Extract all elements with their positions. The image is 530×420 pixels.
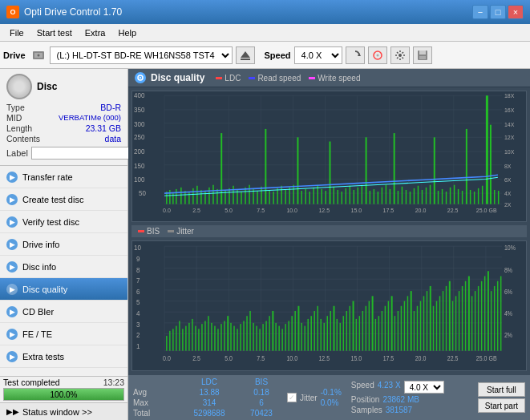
svg-rect-247 [334,305,335,350]
svg-text:2.5: 2.5 [192,208,200,214]
sidebar-item-create-test-disc[interactable]: ▶ Create test disc [0,188,127,211]
max-label: Max [133,398,173,407]
total-ldc: 5298688 [189,409,229,418]
save-button[interactable] [413,46,432,64]
svg-rect-199 [179,321,180,350]
drive-select[interactable]: (L:) HL-DT-ST BD-RE WH16NS58 TST4 [50,46,233,64]
verify-test-disc-icon: ▶ [6,216,18,228]
svg-rect-268 [401,305,403,350]
svg-rect-299 [500,276,502,350]
svg-rect-140 [474,192,475,204]
cd-bier-label: CD BIer [22,307,54,317]
svg-rect-234 [291,316,293,350]
svg-rect-141 [478,188,479,204]
svg-text:17.5: 17.5 [383,354,394,362]
svg-text:18X: 18X [504,93,515,99]
label-input[interactable] [31,147,138,160]
settings-button[interactable] [390,46,410,64]
disc-panel-header: Disc [6,74,121,99]
disc-quality-label: Disc quality [22,285,67,294]
svg-rect-260 [375,318,377,350]
svg-rect-230 [278,325,280,350]
svg-rect-103 [325,191,326,204]
svg-text:20.0: 20.0 [415,354,427,362]
svg-rect-107 [342,192,343,204]
disc-panel: Disc Type BD-R MID VERBATIMe (000) Lengt… [0,69,127,166]
samples-value: 381587 [386,406,412,414]
svg-rect-123 [406,190,407,204]
svg-rect-222 [253,322,254,350]
sidebar-item-transfer-rate[interactable]: ▶ Transfer rate [0,166,127,188]
svg-text:6X: 6X [504,176,512,183]
status-bar: Test completed 13:23 100.0% ▶▶ Status wi… [0,376,127,420]
svg-rect-115 [374,189,375,204]
disc-button[interactable] [368,46,387,64]
status-window-label: Status window >> [22,407,92,417]
start-full-button[interactable]: Start full [478,382,525,397]
menu-extra[interactable]: Extra [79,26,112,39]
total-label: Total [133,409,173,418]
sidebar-item-disc-info[interactable]: ▶ Disc info [0,256,127,278]
verify-test-disc-label: Verify test disc [22,217,79,227]
svg-rect-244 [323,322,325,350]
menu-help[interactable]: Help [111,26,143,39]
svg-rect-100 [313,188,314,204]
start-part-button[interactable]: Start part [478,398,525,413]
sidebar-item-drive-info[interactable]: ▶ Drive info [0,233,127,256]
svg-rect-124 [410,192,411,204]
sidebar-item-cd-bier[interactable]: ▶ CD BIer [0,301,127,323]
sidebar: Disc Type BD-R MID VERBATIMe (000) Lengt… [0,69,128,420]
chart1-wrapper: 400 350 300 250 200 150 100 50 18X 16X 1… [131,91,527,222]
svg-text:8: 8 [136,265,140,273]
svg-rect-284 [452,301,454,350]
menu-start-test[interactable]: Start test [30,26,79,39]
svg-text:8X: 8X [504,164,512,170]
jitter-stats: -0.1% 0.0% [321,388,342,407]
svg-rect-225 [262,324,264,351]
drive-icon [32,49,45,62]
content-area: Disc quality LDC Read speed Write speed [128,69,530,420]
disc-image [6,74,32,99]
svg-rect-215 [230,322,232,350]
svg-rect-270 [407,296,409,350]
jitter-section: ✓ Jitter -0.1% 0.0% [287,388,342,407]
minimize-button[interactable]: − [472,5,488,19]
svg-rect-216 [233,325,235,350]
sidebar-item-extra-tests[interactable]: ▶ Extra tests [0,345,127,368]
menu-file[interactable]: File [3,26,30,39]
fe-te-label: FE / TE [22,329,52,339]
svg-rect-295 [488,271,489,350]
sidebar-item-fe-te[interactable]: ▶ FE / TE [0,323,127,345]
sidebar-item-disc-quality[interactable]: ▶ Disc quality [0,278,127,301]
svg-rect-77 [220,133,222,204]
svg-text:22.5: 22.5 [447,354,459,362]
sidebar-item-verify-test-disc[interactable]: ▶ Verify test disc [0,211,127,233]
svg-text:100: 100 [134,176,145,183]
svg-rect-200 [182,329,184,350]
svg-rect-239 [307,318,309,350]
svg-rect-252 [350,305,351,350]
position-value: 23862 MB [382,395,419,404]
svg-rect-121 [398,191,399,204]
eject-button[interactable] [236,46,255,64]
svg-rect-206 [201,324,203,351]
legend-read-speed: Read speed [249,74,301,83]
svg-text:10: 10 [134,243,141,252]
window-controls: − □ × [472,5,524,19]
maximize-button[interactable]: □ [490,5,506,19]
jitter-checkbox[interactable]: ✓ [287,393,297,402]
contents-value: data [43,134,121,143]
refresh-button[interactable] [346,46,365,64]
svg-rect-205 [198,329,200,350]
speed-select[interactable]: 4.0 X [294,46,342,64]
speed-info-section: Speed 4.23 X 4.0 X Position 23862 MB Sam… [351,381,444,414]
content-header: Disc quality LDC Read speed Write speed [128,69,530,87]
svg-text:0.0: 0.0 [163,354,171,362]
status-window-button[interactable]: ▶▶ Status window >> [0,402,127,420]
speed-stat-dropdown[interactable]: 4.0 X [404,381,444,394]
total-bis: 70423 [245,409,277,418]
close-button[interactable]: × [508,5,524,19]
svg-rect-97 [301,191,302,204]
stats-section: LDC BIS Avg 13.88 0.18 Max 314 6 Total 5… [133,378,277,418]
svg-rect-105 [334,187,335,204]
